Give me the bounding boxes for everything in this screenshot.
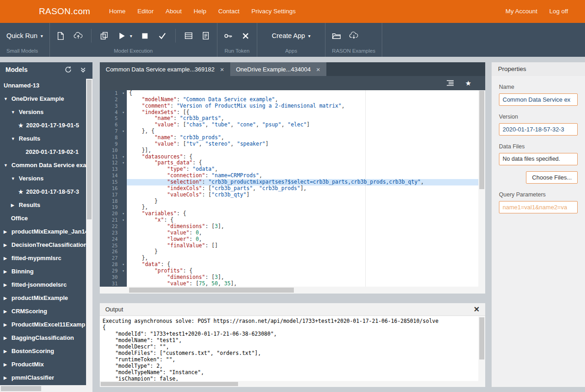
close-icon[interactable]: ×: [220, 66, 224, 73]
refresh-icon[interactable]: [64, 65, 72, 74]
new-model-icon[interactable]: [56, 31, 65, 40]
sidebar-item-decisiontreeclassification[interactable]: ▶DecisionTreeClassification: [0, 238, 86, 251]
collapse-arrow-icon[interactable]: ▼: [4, 163, 11, 168]
token-key-icon[interactable]: [224, 31, 233, 40]
code-line-16[interactable]: 16 "indexCols": ["crb3b_parts", "crb3b_p…: [100, 185, 478, 192]
sidebar-item-fitted-mypmmlsrc[interactable]: ▶fitted-mypmmlsrc: [0, 251, 86, 265]
outline-icon[interactable]: [446, 79, 454, 87]
sidebar-item-office[interactable]: Office: [0, 212, 86, 225]
copy-icon[interactable]: [100, 31, 109, 40]
expand-arrow-icon[interactable]: ▶: [4, 229, 11, 234]
nav-item-home[interactable]: Home: [103, 0, 131, 23]
expand-arrow-icon[interactable]: ▶: [4, 256, 11, 261]
output-vertical-scrollbar[interactable]: [478, 316, 485, 381]
sidebar-item-common-data-service-exa[interactable]: ▼Common Data Service exa: [0, 158, 86, 172]
code-line-15[interactable]: 15 "selection": "crb3b_productmixpartses…: [100, 179, 478, 185]
code-line-8[interactable]: 8 "name": "crb3b_prods",: [100, 135, 478, 141]
favorite-star-icon[interactable]: ★: [464, 79, 472, 87]
code-line-30[interactable]: 30 "dimensions": [3],: [100, 274, 478, 281]
collapse-arrow-icon[interactable]: ▼: [11, 176, 19, 181]
expand-arrow-icon[interactable]: ▶: [4, 243, 11, 247]
tab-common-data-service-example-369182[interactable]: Common Data Service example...369182×: [100, 62, 230, 76]
sidebar-item-binning[interactable]: ▶Binning: [0, 265, 86, 278]
code-line-26[interactable]: 26 }: [100, 249, 478, 255]
fold-arrow-icon[interactable]: ▾: [120, 268, 127, 274]
sidebar-horizontal-scrollbar[interactable]: [0, 385, 86, 392]
fold-arrow-icon[interactable]: ▾: [120, 128, 127, 135]
sidebar-item-versions[interactable]: ▼Versions: [0, 105, 86, 119]
token-clear-icon[interactable]: [241, 31, 250, 40]
code-line-31[interactable]: 31 "value": [75, 50, 35],: [100, 281, 478, 287]
fold-arrow-icon[interactable]: ▾: [120, 261, 127, 268]
sidebar-item-productmixexcel11examp[interactable]: ▶ProductMixExcel11Examp: [0, 318, 86, 331]
run-icon[interactable]: [117, 31, 126, 40]
close-icon[interactable]: ×: [316, 66, 320, 73]
sidebar-item-versions[interactable]: ▼Versions: [0, 172, 86, 185]
code-editor[interactable]: 1▾{2 "modelName": "Common Data Service e…: [100, 90, 485, 294]
sidebar-vertical-scrollbar[interactable]: [86, 79, 92, 385]
expand-arrow-icon[interactable]: ▶: [4, 309, 11, 314]
sidebar-item-fitted-jsonmodelsrc[interactable]: ▶fitted-jsonmodelsrc: [0, 278, 86, 291]
expand-arrow-icon[interactable]: ▶: [4, 376, 11, 380]
sidebar-item-results[interactable]: ▶Results: [0, 198, 86, 212]
code-line-12[interactable]: 12▾ "parts_data": {: [100, 160, 478, 166]
code-line-28[interactable]: 28▾ "data": {: [100, 261, 478, 268]
fold-arrow-icon[interactable]: ▾: [120, 90, 127, 97]
code-content[interactable]: 1▾{2 "modelName": "Common Data Service e…: [100, 90, 478, 287]
code-line-2[interactable]: 2 "modelName": "Common Data Service exam…: [100, 97, 478, 103]
solve-check-icon[interactable]: [158, 31, 167, 40]
sidebar-item-productmix[interactable]: ▶ProductMix: [0, 358, 86, 371]
save-to-cloud-icon[interactable]: [74, 31, 83, 40]
code-line-10[interactable]: 10 }],: [100, 147, 478, 154]
code-line-24[interactable]: 24 "lower": 0,: [100, 236, 478, 243]
code-line-27[interactable]: 27 },: [100, 255, 478, 261]
sidebar-item-crmscoring[interactable]: ▶CRMScoring: [0, 305, 86, 318]
code-line-7[interactable]: 7▾ }, {: [100, 128, 478, 135]
code-line-29[interactable]: 29▾ "profits": {: [100, 268, 478, 274]
expand-arrow-icon[interactable]: ▶: [11, 203, 19, 207]
nav-item-contact[interactable]: Contact: [212, 0, 246, 23]
create-app-button[interactable]: Create App ▾: [272, 32, 311, 39]
editor-horizontal-scrollbar[interactable]: [100, 287, 478, 294]
nav-item-privacy-settings[interactable]: Privacy Settings: [245, 0, 302, 23]
nav-item-about[interactable]: About: [160, 0, 188, 23]
code-line-22[interactable]: 22 "dimensions": [3],: [100, 223, 478, 230]
code-line-17[interactable]: 17 "valueCols": ["crb3b_qty"]: [100, 192, 478, 198]
sidebar-item-onedrive-example[interactable]: ▼OneDrive Example: [0, 92, 86, 105]
expand-arrow-icon[interactable]: ▶: [4, 269, 11, 274]
fold-arrow-icon[interactable]: ▾: [120, 160, 127, 166]
output-content[interactable]: Executing asynchronous solve: POST https…: [100, 316, 478, 381]
sidebar-item-2020-01-17-18-57-3[interactable]: ★2020-01-17-18-57-3: [0, 185, 86, 198]
nav-item-my-account[interactable]: My Account: [499, 0, 543, 23]
sidebar-item-bostonscoring[interactable]: ▶BostonScoring: [0, 344, 86, 358]
collapse-all-icon[interactable]: [79, 65, 87, 74]
close-icon[interactable]: ✕: [474, 306, 480, 313]
name-field[interactable]: [499, 93, 578, 106]
expand-arrow-icon[interactable]: ▶: [4, 283, 11, 287]
sidebar-item-pmmlclassifier[interactable]: ▶pmmlClassifier: [0, 371, 86, 384]
code-line-1[interactable]: 1▾{: [100, 90, 478, 97]
code-line-25[interactable]: 25 "finalValue": []: [100, 243, 478, 249]
sidebar-item-baggingclassification[interactable]: ▶BaggingClassification: [0, 331, 86, 344]
code-line-9[interactable]: 9 "value": ["tv", "stereo", "speaker"]: [100, 141, 478, 147]
code-line-23[interactable]: 23 "value": 0,: [100, 230, 478, 236]
editor-vertical-scrollbar[interactable]: [478, 90, 485, 287]
quick-run-button[interactable]: Quick Run ▾: [6, 32, 43, 39]
nav-item-editor[interactable]: Editor: [131, 0, 159, 23]
fold-arrow-icon[interactable]: ▾: [120, 109, 127, 116]
run-dropdown-caret-icon[interactable]: ▾: [130, 33, 132, 38]
sidebar-item-2020-01-17-19-01-5[interactable]: ★2020-01-17-19-01-5: [0, 119, 86, 132]
output-horizontal-scrollbar[interactable]: [100, 381, 478, 387]
log-icon[interactable]: [201, 31, 211, 40]
tab-onedrive-example-434004[interactable]: OneDrive Example...434004×: [230, 62, 326, 76]
brand-logo[interactable]: RASON.com: [39, 6, 90, 16]
choose-files-button[interactable]: Choose Files...: [526, 171, 578, 184]
examples-download-icon[interactable]: [349, 31, 358, 40]
list-icon[interactable]: [184, 31, 193, 40]
expand-arrow-icon[interactable]: ▶: [4, 296, 11, 300]
code-line-3[interactable]: 3 "comment": "Version of ProductMix usin…: [100, 103, 478, 109]
fold-arrow-icon[interactable]: ▾: [120, 211, 127, 217]
collapse-arrow-icon[interactable]: ▼: [11, 136, 19, 141]
expand-arrow-icon[interactable]: ▶: [4, 336, 11, 340]
collapse-arrow-icon[interactable]: ▼: [4, 97, 11, 101]
